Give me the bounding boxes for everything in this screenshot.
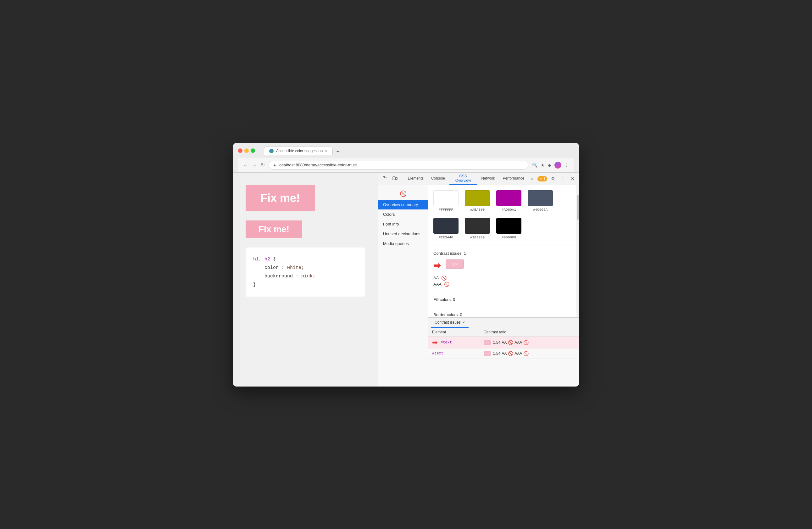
address-bar-row: ← → ↻ ● localhost:8080/demo/accessible-c…	[238, 158, 574, 172]
reload-button[interactable]: ↻	[261, 162, 265, 168]
table-row-2[interactable]: #text Aa 1.54 AA 🚫	[428, 348, 579, 358]
devtools-more-button[interactable]: ⋮	[559, 175, 567, 182]
swatch-label-ffffff: #FFFFFF	[439, 208, 453, 212]
tab-css-overview[interactable]: CSS Overview	[449, 172, 477, 185]
active-tab[interactable]: Accessible color suggestion ×	[264, 146, 333, 155]
aa-no-entry-1: 🚫	[508, 340, 513, 345]
aa-text-2: AA	[502, 351, 507, 356]
code-value-bg: pink;	[301, 274, 316, 279]
aa-badge-row: AA 🚫	[433, 275, 574, 281]
maximize-window-button[interactable]	[251, 148, 255, 153]
scrollbar-thumb[interactable]	[577, 195, 579, 220]
profile-icon[interactable]	[554, 162, 561, 169]
contrast-issues-table: Element Contrast ratio ➡	[428, 328, 579, 387]
swatch-ad00a1: #AD00A1	[496, 190, 521, 212]
warning-icon: ⚠	[539, 177, 542, 181]
swatch-2e3440[interactable]	[433, 218, 459, 234]
browser-titlebar: Accessible color suggestion × + ← → ↻ ● …	[233, 143, 579, 173]
contrast-issues-tab[interactable]: Contrast issues ×	[431, 318, 468, 328]
aaa-no-entry-icon: 🚫	[444, 282, 449, 287]
sidebar-item-colors[interactable]: Colors	[378, 210, 428, 219]
device-toggle-button[interactable]	[391, 174, 400, 183]
contrast-issues-tab-close[interactable]: ×	[463, 320, 465, 325]
code-line-1: h1, h2 {	[253, 255, 358, 263]
tab-network[interactable]: Network	[478, 172, 498, 185]
table-row-1[interactable]: ➡ #text Aa 1.54	[428, 336, 579, 348]
tab-performance[interactable]: Performance	[499, 172, 527, 185]
aaa-no-entry-2: 🚫	[523, 351, 528, 356]
aa-label: AA	[433, 275, 439, 280]
devtools-panel: Elements Console CSS Overview Network Pe…	[378, 173, 579, 387]
svg-rect-3	[396, 177, 397, 180]
code-colon-2: :	[295, 274, 301, 279]
code-brace-close: }	[253, 282, 256, 287]
browser-actions: 🔍 ★ ◆ ⋮	[532, 162, 569, 169]
svg-rect-2	[393, 177, 395, 180]
scrollbar-track[interactable]	[577, 185, 579, 317]
code-selector: h1, h2	[253, 257, 270, 262]
back-button[interactable]: ←	[243, 162, 248, 168]
swatch-000000: #000000	[496, 218, 521, 239]
sidebar-item-media-queries[interactable]: Media queries	[378, 239, 428, 248]
tab-close-button[interactable]: ×	[325, 149, 327, 153]
bookmark-icon[interactable]: ★	[541, 162, 545, 168]
url-display: localhost:8080/demo/accessible-color-mul…	[278, 162, 357, 167]
contrast-issues-tab-label: Contrast issues	[435, 320, 461, 325]
divider-2	[433, 292, 574, 292]
inspect-element-button[interactable]	[380, 174, 389, 183]
no-entry-sidebar-icon: 🚫	[378, 188, 428, 200]
tab-bar: Accessible color suggestion × +	[264, 146, 574, 155]
swatch-label-aba800: #ABA800	[470, 208, 484, 212]
swatch-aba800[interactable]	[465, 190, 490, 206]
code-block: h1, h2 { color : white; background : pin…	[246, 247, 365, 297]
aa-no-entry-icon: 🚫	[441, 275, 447, 281]
code-value-color: white;	[287, 265, 304, 271]
browser-content: Fix me! Fix me! h1, h2 { color : white; …	[233, 173, 579, 387]
browser-controls: Accessible color suggestion × +	[238, 146, 574, 155]
minimize-window-button[interactable]	[244, 148, 249, 153]
menu-icon[interactable]: ⋮	[565, 162, 569, 168]
code-prop-bg: background	[253, 274, 293, 279]
address-bar[interactable]: ● localhost:8080/demo/accessible-color-m…	[269, 161, 528, 170]
forward-button[interactable]: →	[252, 162, 257, 168]
aaa-label: AAA	[433, 282, 441, 287]
settings-button[interactable]: ⚙	[549, 175, 557, 182]
css-overview-main: #FFFFFF #ABA800 #AD00A1	[428, 185, 579, 387]
code-line-4: }	[253, 281, 358, 289]
swatch-4c566a[interactable]	[528, 190, 553, 206]
contrast-text-preview[interactable]: Text	[446, 259, 464, 269]
swatch-303030[interactable]	[465, 218, 490, 234]
close-devtools-button[interactable]: ✕	[569, 175, 577, 182]
devtools-toolbar: Elements Console CSS Overview Network Pe…	[378, 173, 579, 185]
code-colon-1: :	[281, 265, 287, 271]
aa-sample-1: Aa	[484, 340, 491, 345]
swatch-2e3440: #2E3440	[433, 218, 459, 239]
new-tab-button[interactable]: +	[334, 148, 343, 155]
aaa-text-1: AAA	[514, 340, 522, 345]
fix-me-box-1: Fix me!	[246, 185, 315, 211]
swatch-ffffff: #FFFFFF	[433, 190, 459, 212]
swatch-aba800: #ABA800	[465, 190, 490, 212]
more-tabs-button[interactable]: »	[528, 175, 536, 182]
close-window-button[interactable]	[238, 148, 243, 153]
swatch-white[interactable]	[433, 190, 459, 206]
swatch-4c566a: #4C566A	[528, 190, 553, 212]
zoom-icon[interactable]: 🔍	[532, 162, 537, 168]
devtools-body: 🚫 Overview summary Colors Font info Unus…	[378, 185, 579, 387]
bottom-panel: Contrast issues × Element Contrast ratio	[428, 317, 579, 387]
tab-elements[interactable]: Elements	[405, 172, 427, 185]
sidebar-item-font-info[interactable]: Font info	[378, 219, 428, 229]
tab-console[interactable]: Console	[428, 172, 448, 185]
ratio-cell-1: Aa 1.54 AA 🚫 AAA 🚫	[480, 336, 579, 348]
swatch-000000[interactable]	[496, 218, 521, 234]
sidebar-item-overview-summary[interactable]: Overview summary	[378, 200, 428, 210]
sidebar-item-unused-declarations[interactable]: Unused declarations	[378, 229, 428, 239]
element-cell-2: #text	[428, 348, 480, 358]
divider-1	[433, 246, 574, 246]
swatch-ad00a1[interactable]	[496, 190, 521, 206]
color-swatches-row2: #2E3440 #303030 #000000	[433, 218, 574, 239]
extensions-icon[interactable]: ◆	[548, 162, 551, 168]
contrast-preview-text: Text	[451, 262, 459, 267]
svg-rect-0	[383, 176, 385, 178]
toolbar-right: ⚠ 1 ⚙ ⋮ ✕	[537, 175, 577, 182]
